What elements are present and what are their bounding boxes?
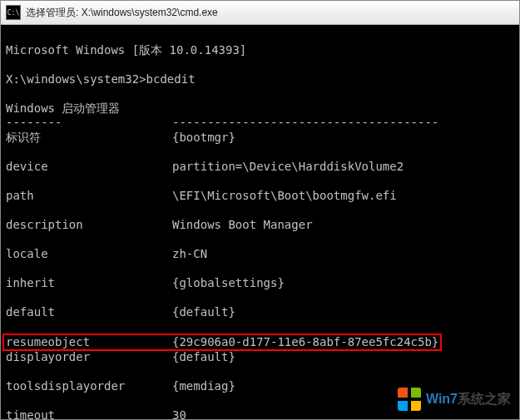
kv-row: inherit{globalsettings} <box>6 276 514 291</box>
kv-row: path\EFI\Microsoft\Boot\bootmgfw.efi <box>6 189 514 204</box>
watermark-text: Win7系统之家 <box>426 391 511 408</box>
kv-row: descriptionWindows Boot Manager <box>6 218 514 233</box>
cmd-window: C:\ 选择管理员: X:\windows\system32\cmd.exe M… <box>0 0 520 420</box>
banner-text: Microsoft Windows [版本 10.0.14393] <box>6 43 246 57</box>
section-heading-0: Windows 启动管理器 <box>6 101 120 115</box>
kv-row: 标识符{bootmgr} <box>6 131 514 146</box>
prompt-line: X:\windows\system32>bcdedit <box>6 72 196 86</box>
windows-flag-icon <box>398 388 421 411</box>
section-rule-0: ----------------------------------------… <box>6 116 438 129</box>
kv-row: localezh-CN <box>6 247 514 262</box>
kv-row: devicepartition=\Device\HarddiskVolume2 <box>6 160 514 175</box>
window-title: 选择管理员: X:\windows\system32\cmd.exe <box>26 6 218 20</box>
kv-row-highlight-resumeobject: resumeobject{29c906a0-d177-11e6-8abf-87e… <box>2 334 442 352</box>
cmd-icon: C:\ <box>6 5 21 20</box>
console-area[interactable]: Microsoft Windows [版本 10.0.14393] X:\win… <box>1 25 519 419</box>
titlebar[interactable]: C:\ 选择管理员: X:\windows\system32\cmd.exe <box>1 1 519 25</box>
watermark: Win7系统之家 <box>398 388 511 411</box>
kv-row: displayorder{default} <box>6 350 514 365</box>
kv-row: default{default} <box>6 305 514 320</box>
